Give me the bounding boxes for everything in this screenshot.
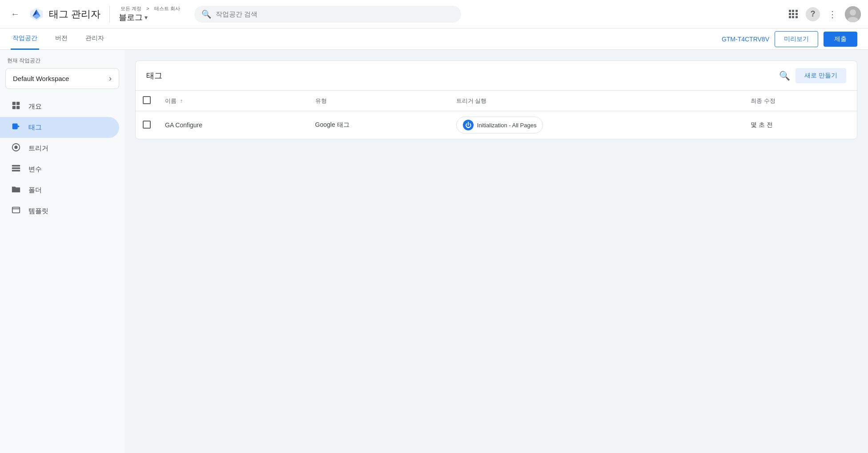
sidebar-item-tags[interactable]: 태그 xyxy=(0,117,119,138)
svg-rect-9 xyxy=(16,102,20,105)
svg-rect-19 xyxy=(12,207,20,213)
sidebar-item-label-overview: 개요 xyxy=(28,102,42,111)
gtm-logo xyxy=(28,6,44,22)
card-title: 태그 xyxy=(146,70,162,81)
card-header-actions: 🔍 새로 만들기 xyxy=(779,68,846,83)
back-button[interactable]: ← xyxy=(7,6,23,22)
content-area: 태그 🔍 새로 만들기 이름 ↑ 유형 xyxy=(125,50,868,453)
tab-version[interactable]: 버전 xyxy=(53,28,69,50)
svg-rect-12 xyxy=(12,124,18,129)
account-selector[interactable]: 블로그 ▾ xyxy=(119,12,182,23)
grid-icon xyxy=(789,10,798,19)
sidebar-item-label-templates: 템플릿 xyxy=(28,207,48,215)
sidebar-item-overview[interactable]: 개요 xyxy=(0,96,119,117)
tag-name[interactable]: GA Configure xyxy=(158,111,308,139)
tags-table: 이름 ↑ 유형 트리거 실행 최종 수정 GA Configure xyxy=(136,91,857,139)
breadcrumb-all-accounts[interactable]: 모든 계정 xyxy=(121,6,141,11)
sidebar-item-label-folders: 폴더 xyxy=(28,186,42,194)
workspace-arrow: › xyxy=(109,74,112,83)
gtm-id-link[interactable]: GTM-T4CTRV8V xyxy=(722,36,769,43)
row-checkbox[interactable] xyxy=(143,121,151,129)
account-name-text: 블로그 xyxy=(119,12,143,23)
col-trigger: 트리거 실행 xyxy=(449,91,743,111)
search-bar: 🔍 xyxy=(194,6,461,23)
header-actions: ? ⋮ xyxy=(784,5,861,23)
help-button[interactable]: ? xyxy=(806,7,820,21)
workspace-selector[interactable]: Default Workspace › xyxy=(5,68,119,89)
col-last-modified: 최종 수정 xyxy=(743,91,857,111)
tag-type: Google 태그 xyxy=(308,111,449,139)
sidebar-item-folders[interactable]: 폴더 xyxy=(0,180,119,201)
sort-arrow-name[interactable]: ↑ xyxy=(180,98,183,104)
select-all-checkbox[interactable] xyxy=(143,96,151,104)
sidebar-item-label-tags: 태그 xyxy=(28,123,42,132)
breadcrumb-area: 모든 계정 > 테스트 회사 블로그 ▾ xyxy=(119,5,182,23)
workspace-name: Default Workspace xyxy=(13,75,69,82)
user-avatar[interactable] xyxy=(845,6,861,22)
sidebar-item-variables[interactable]: 변수 xyxy=(0,159,119,180)
breadcrumb-company: 테스트 회사 xyxy=(154,6,180,11)
tags-card: 태그 🔍 새로 만들기 이름 ↑ 유형 xyxy=(135,61,857,139)
sub-nav-right: GTM-T4CTRV8V 미리보기 제출 xyxy=(722,31,857,47)
search-icon-card[interactable]: 🔍 xyxy=(779,70,790,81)
sidebar-item-triggers[interactable]: 트리거 xyxy=(0,138,119,159)
sidebar-item-label-triggers: 트리거 xyxy=(28,144,48,153)
sidebar-nav: 개요 태그 트리거 변수 xyxy=(0,96,125,222)
table-row: GA Configure Google 태그 ⏻ Initialization … xyxy=(136,111,857,139)
preview-button[interactable]: 미리보기 xyxy=(775,31,818,47)
tab-admin[interactable]: 관리자 xyxy=(84,28,106,50)
svg-rect-8 xyxy=(12,102,16,105)
submit-button[interactable]: 제출 xyxy=(824,32,857,47)
svg-rect-10 xyxy=(12,106,16,109)
main-layout: 현재 작업공간 Default Workspace › 개요 태그 xyxy=(0,50,868,453)
svg-point-6 xyxy=(850,9,856,16)
trigger-power-icon: ⏻ xyxy=(463,120,474,130)
current-workspace-label: 현재 작업공간 xyxy=(0,57,125,68)
logo-container: 태그 관리자 xyxy=(28,6,100,22)
header-divider xyxy=(109,6,110,22)
account-dropdown-arrow: ▾ xyxy=(145,14,148,21)
col-type: 유형 xyxy=(308,91,449,111)
folders-icon xyxy=(11,184,21,196)
search-input[interactable] xyxy=(216,10,454,18)
more-options-button[interactable]: ⋮ xyxy=(824,5,841,23)
tag-last-modified: 몇 초 전 xyxy=(743,111,857,139)
new-tag-button[interactable]: 새로 만들기 xyxy=(796,68,846,83)
col-name: 이름 ↑ xyxy=(158,91,308,111)
app-title: 태그 관리자 xyxy=(49,8,100,21)
svg-rect-18 xyxy=(12,170,20,172)
sidebar: 현재 작업공간 Default Workspace › 개요 태그 xyxy=(0,50,125,453)
tags-icon xyxy=(11,121,21,133)
breadcrumb-sep: > xyxy=(146,6,150,11)
top-header: ← 태그 관리자 모든 계정 > 테스트 회사 블로그 ▾ 🔍 xyxy=(0,0,868,28)
svg-rect-11 xyxy=(16,106,20,109)
triggers-icon xyxy=(11,142,21,154)
trigger-label: Initialization - All Pages xyxy=(477,122,537,129)
tab-workspace[interactable]: 작업공간 xyxy=(11,28,39,50)
variables-icon xyxy=(11,163,21,175)
trigger-badge[interactable]: ⏻ Initialization - All Pages xyxy=(456,117,543,133)
breadcrumb: 모든 계정 > 테스트 회사 xyxy=(119,5,182,12)
card-header: 태그 🔍 새로 만들기 xyxy=(136,61,857,91)
svg-rect-17 xyxy=(12,167,20,169)
tag-trigger: ⏻ Initialization - All Pages xyxy=(449,111,743,139)
sub-nav: 작업공간 버전 관리자 GTM-T4CTRV8V 미리보기 제출 xyxy=(0,28,868,50)
apps-button[interactable] xyxy=(784,5,802,23)
templates-icon xyxy=(11,205,21,217)
search-icon: 🔍 xyxy=(201,9,211,19)
svg-marker-13 xyxy=(18,125,20,128)
overview-icon xyxy=(11,101,21,113)
sidebar-item-templates[interactable]: 템플릿 xyxy=(0,201,119,222)
svg-rect-16 xyxy=(12,165,20,167)
sidebar-item-label-variables: 변수 xyxy=(28,165,42,174)
svg-point-15 xyxy=(14,146,17,149)
